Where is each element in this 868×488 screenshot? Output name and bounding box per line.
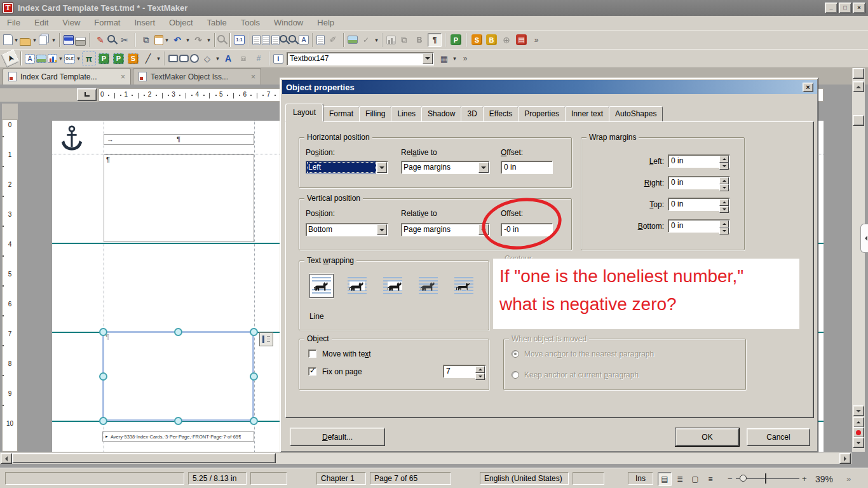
line-tool-dropdown[interactable] [156,55,161,62]
print-preview-icon[interactable] [107,35,115,43]
wrap-square-icon[interactable] [345,274,369,298]
rounded-rectangle-tool-icon[interactable] [179,55,189,62]
tab-close-icon[interactable]: × [121,72,125,81]
dialog-tab-inner-text[interactable]: Inner text [565,106,609,122]
ruler-toggle-button[interactable] [853,68,864,79]
dialog-tab-autoshapes[interactable]: AutoShapes [609,106,663,122]
wrap-top-field[interactable]: 0 in [668,198,730,211]
wrap-left-field[interactable]: 0 in [668,154,730,168]
menu-item-tools[interactable]: Tools [234,16,267,30]
fullpage-view-icon[interactable]: ▢ [688,472,702,486]
dialog-tab-shadow[interactable]: Shadow [421,106,461,122]
ole-object-dropdown[interactable] [76,55,81,62]
presentations-icon[interactable]: S [471,34,482,45]
zoom-slider-thumb[interactable] [740,475,747,482]
dialog-tab-filling[interactable]: Filling [359,106,391,122]
spellcheck-dropdown[interactable] [374,37,379,43]
dialog-close-button[interactable]: × [803,83,813,92]
toolbar-overflow-icon[interactable]: » [458,51,472,65]
save-versions-dropdown[interactable] [51,37,57,43]
ole-object-icon[interactable]: OLE [64,54,75,64]
tab-stop-selector[interactable] [77,88,97,101]
maximize-button[interactable]: □ [839,3,851,13]
menu-item-edit[interactable]: Edit [27,16,55,30]
continuous-view-icon[interactable]: ≣ [673,472,687,486]
save-icon[interactable] [64,35,74,45]
default-button[interactable]: Default... [290,428,385,446]
normal-view-icon[interactable]: ▤ [658,472,672,486]
rectangle-tool-icon[interactable] [168,55,178,62]
dialog-tab-3d[interactable]: 3D [461,106,483,122]
wrap-bottom-field[interactable]: 0 in [668,219,730,233]
planmaker-icon[interactable]: P [451,34,461,45]
page-setup-icon[interactable] [316,35,325,45]
textart-icon[interactable]: A [221,51,235,65]
move-with-text-checkbox[interactable] [308,349,316,358]
tab-close-icon[interactable]: × [251,72,255,81]
insert-mode-panel[interactable]: Ins [628,472,653,485]
autoshapes-dropdown[interactable] [215,55,220,62]
zoom-tool-icon[interactable] [280,35,287,43]
selection-handle[interactable] [250,417,258,425]
spinner[interactable] [475,366,485,377]
card-textbox[interactable]: ¶ [104,154,254,242]
dialog-tab-effects[interactable]: Effects [483,106,519,122]
wrap-line-icon[interactable] [309,274,334,298]
open-icon[interactable] [20,38,31,46]
insert-picture-icon[interactable] [348,36,358,44]
continuous-view-icon[interactable] [262,35,270,45]
dialog-tab-format[interactable]: Format [323,106,360,122]
line-tool-icon[interactable]: ╱ [141,51,155,65]
menu-item-window[interactable]: Window [267,16,310,30]
actual-size-icon[interactable]: 1:1 [234,35,245,44]
toolbar-overflow-icon[interactable]: » [529,33,543,47]
cut-icon[interactable]: ✂ [118,33,132,47]
wrap-through-icon[interactable] [416,274,440,298]
next-object-button[interactable] [853,437,864,448]
ok-button[interactable]: OK [675,428,739,446]
combo-dropdown-button[interactable] [423,53,433,64]
h-position-select[interactable]: Left [306,161,388,174]
minimize-button[interactable]: _ [825,3,837,13]
wrap-infront-icon[interactable] [452,274,476,298]
object-name-combo[interactable]: Textbox147 [287,52,434,65]
cancel-button[interactable]: Cancel [747,428,810,446]
browse-select-button[interactable] [853,427,864,438]
guides-icon[interactable]: # [252,51,266,65]
planmaker-chart-frame-icon[interactable]: P [113,53,124,64]
spinner[interactable] [719,220,729,231]
horizontal-scrollbar[interactable] [0,452,851,464]
spinner[interactable] [719,177,729,188]
side-by-side-view-icon[interactable] [271,35,280,45]
scroll-left-icon[interactable] [1,453,12,464]
wrap-left-icon[interactable] [381,274,405,298]
redo-dropdown[interactable] [206,37,212,43]
menu-item-object[interactable]: Object [162,16,200,30]
save-versions-icon[interactable] [39,36,47,45]
zoom-in-button[interactable]: + [802,474,807,484]
fix-on-page-checkbox[interactable] [308,367,316,376]
new-document-icon[interactable] [3,34,13,45]
paste-dropdown[interactable] [164,37,170,43]
undo-icon[interactable]: ↶ [170,33,184,47]
doc-tab-textmaker-object-issue[interactable]: TextMaker Object Iss... × [133,68,261,85]
dropdown-button[interactable] [478,162,489,173]
scroll-down-icon[interactable] [853,405,864,416]
zoom-percent-icon[interactable] [288,35,296,43]
menu-item-format[interactable]: Format [87,16,127,30]
statusbar-overflow-icon[interactable]: » [846,474,851,484]
grid-icon[interactable]: ▦ [437,51,451,65]
close-button[interactable]: × [853,3,865,13]
ellipse-tool-icon[interactable] [190,54,199,63]
selection-handle[interactable] [250,372,258,381]
dropdown-button[interactable] [377,162,387,173]
selection-handle[interactable] [99,328,107,336]
zoom-level-label[interactable]: 39% [815,474,833,484]
notes-icon[interactable]: ▤ [516,34,527,45]
wrap-right-field[interactable]: 0 in [668,176,730,189]
planmaker-frame-icon[interactable]: P [98,53,109,64]
previous-object-button[interactable] [853,417,864,428]
menu-item-table[interactable]: Table [200,16,234,30]
chart-frame-dropdown[interactable] [58,55,64,62]
scroll-right-icon[interactable] [839,453,851,464]
